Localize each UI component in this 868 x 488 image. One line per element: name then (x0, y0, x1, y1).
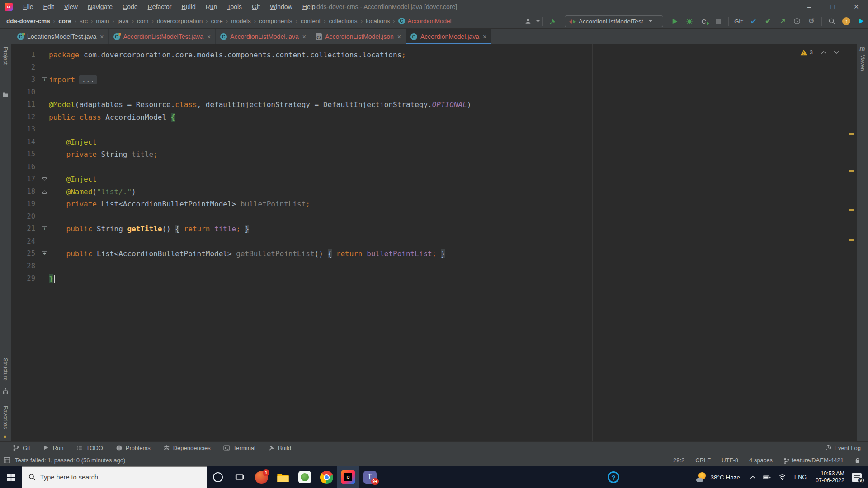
taskbar-file-explorer[interactable] (272, 466, 294, 488)
line-separator[interactable]: CRLF (695, 457, 711, 464)
language-indicator[interactable]: ENG (794, 474, 807, 480)
breadcrumb-item[interactable]: src (80, 18, 88, 24)
stop-button[interactable] (712, 15, 724, 27)
taskbar-help-app[interactable]: ? (603, 466, 624, 488)
breadcrumb-item[interactable]: java (118, 18, 129, 24)
fold-region-end-icon[interactable] (42, 189, 47, 194)
git-branch-widget[interactable]: feature/DAEM-4421 (783, 457, 844, 464)
code-line[interactable]: 2 (11, 61, 848, 74)
tool-tab-project[interactable]: Project (2, 47, 9, 65)
action-center-button[interactable]: 9 (852, 473, 862, 482)
breadcrumb-item[interactable]: content (301, 18, 321, 24)
breadcrumb-item[interactable]: dovercorporation (157, 18, 203, 24)
code-line[interactable]: 24 (11, 235, 848, 248)
star-icon[interactable]: ★ (2, 433, 9, 439)
menu-window[interactable]: Window (265, 0, 297, 14)
menu-edit[interactable]: Edit (38, 0, 59, 14)
menu-navigate[interactable]: Navigate (83, 0, 118, 14)
code-line[interactable]: 3+import ... (11, 74, 848, 86)
code-line[interactable]: 18 @Named("list/.") (11, 186, 848, 198)
breadcrumb-item[interactable]: main (96, 18, 109, 24)
structure-icon[interactable] (2, 388, 9, 394)
breadcrumb-item[interactable]: models (231, 18, 251, 24)
code-line[interactable]: 1package com.dovercorporation.core.model… (11, 49, 848, 61)
folder-icon[interactable] (2, 92, 9, 98)
caret-position[interactable]: 29:2 (673, 457, 684, 464)
history-clock-icon[interactable] (791, 15, 803, 27)
fold-region-start-icon[interactable] (42, 177, 47, 182)
start-button[interactable] (0, 466, 22, 488)
task-view-button[interactable] (229, 466, 250, 488)
menu-build[interactable]: Build (177, 0, 201, 14)
menu-file[interactable]: File (18, 0, 38, 14)
code-line[interactable]: 19 private List<AccordionBulletPointMode… (11, 198, 848, 211)
tool-tab-structure[interactable]: Structure (2, 358, 9, 381)
gradient-play-logo-icon[interactable] (855, 15, 867, 27)
menu-code[interactable]: Code (118, 0, 142, 14)
prev-warning-chevron-up-icon[interactable] (821, 51, 826, 54)
tool-window-button-dependencies[interactable]: Dependencies (163, 445, 211, 451)
tab-close-icon[interactable]: × (100, 33, 104, 40)
tool-window-button-git[interactable]: Git (13, 445, 30, 451)
code-line[interactable]: 15 private String title; (11, 148, 848, 161)
tool-window-button-run[interactable]: Run (43, 445, 64, 451)
code-line[interactable]: 20 (11, 211, 848, 223)
coverage-button[interactable]: C (698, 15, 710, 27)
tool-window-button-todo[interactable]: TODO (76, 445, 103, 451)
readonly-lock-icon[interactable] (854, 457, 863, 464)
code-line[interactable]: 21+ public String getTitle() { return ti… (11, 223, 848, 235)
minimize-button[interactable]: – (797, 0, 821, 14)
wifi-icon[interactable] (778, 474, 786, 480)
tool-tab-favorites[interactable]: Favorites (2, 406, 9, 429)
event-log-button[interactable]: Event Log (825, 445, 861, 451)
fold-plus-icon[interactable]: + (42, 251, 47, 256)
taskbar-teams[interactable]: T 9+ (359, 466, 381, 488)
taskbar-search-input[interactable]: Type here to search (22, 466, 207, 488)
git-commit-button[interactable]: ✔ (762, 15, 774, 27)
breadcrumb-class-name[interactable]: AccordionModel (408, 18, 452, 24)
code-line[interactable]: 10 (11, 86, 848, 99)
file-encoding[interactable]: UTF-8 (722, 457, 738, 464)
breadcrumb-item[interactable]: com (137, 18, 149, 24)
taskbar-app-browser[interactable]: 1 (250, 466, 272, 488)
run-configuration-select[interactable]: AccordionListModelTest (565, 15, 663, 27)
tab-close-icon[interactable]: × (302, 33, 306, 40)
tool-window-button-problems[interactable]: Problems (116, 445, 151, 451)
code-line[interactable]: 17 @Inject (11, 173, 848, 186)
rollback-button[interactable]: ↺ (806, 15, 817, 27)
warning-stripe-mark[interactable] (849, 133, 854, 135)
build-hammer-icon[interactable] (547, 15, 559, 27)
tab-close-icon[interactable]: × (207, 33, 211, 40)
code-editor[interactable]: 1package com.dovercorporation.core.model… (11, 44, 857, 441)
breadcrumb-item[interactable]: collections (329, 18, 358, 24)
tray-expand-chevron-icon[interactable] (750, 475, 755, 479)
breadcrumb-item[interactable]: components (259, 18, 292, 24)
menu-git[interactable]: Git (247, 0, 265, 14)
warning-stripe-mark[interactable] (849, 209, 854, 211)
code-line[interactable]: 11@Model(adaptables = Resource.class, de… (11, 99, 848, 111)
tool-window-button-build[interactable]: Build (268, 445, 291, 451)
breadcrumb-item[interactable]: core (58, 18, 71, 24)
menu-run[interactable]: Run (201, 0, 222, 14)
tool-tab-maven[interactable]: Maven (859, 54, 866, 71)
warning-stripe-mark[interactable] (849, 170, 854, 172)
cortana-button[interactable] (207, 466, 229, 488)
breadcrumb-item[interactable]: locations (366, 18, 390, 24)
menu-refactor[interactable]: Refactor (143, 0, 177, 14)
breadcrumb-item[interactable]: dds-dover-cms (6, 18, 50, 24)
next-warning-chevron-down-icon[interactable] (834, 51, 839, 54)
git-update-button[interactable]: ↙ (748, 15, 760, 27)
fold-plus-icon[interactable]: + (42, 226, 47, 231)
code-line[interactable]: 25+ public List<AccordionBulletPointMode… (11, 248, 848, 260)
user-profile-icon[interactable] (522, 15, 534, 27)
editor-tab[interactable]: CAccordionListModel.java× (216, 29, 311, 44)
ide-update-icon[interactable]: ↑ (840, 15, 852, 27)
code-line[interactable]: 12public class AccordionModel { (11, 111, 848, 124)
code-line[interactable]: 28 (11, 260, 848, 273)
inspections-widget[interactable]: 3 (800, 49, 843, 56)
maximize-button[interactable]: □ (821, 0, 844, 14)
menu-view[interactable]: View (59, 0, 83, 14)
editor-tab[interactable]: CAccordionModel.java× (406, 29, 491, 44)
battery-icon[interactable] (763, 474, 771, 480)
code-line[interactable]: 29} (11, 272, 848, 285)
